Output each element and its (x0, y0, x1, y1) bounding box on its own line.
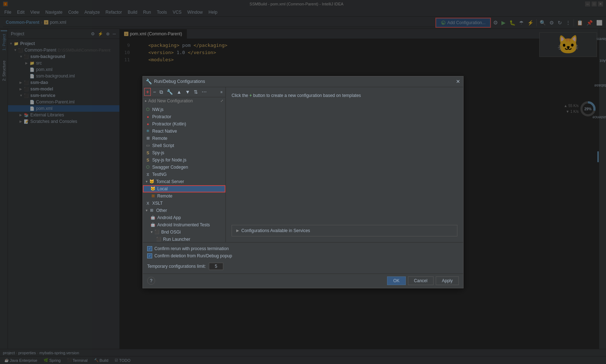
android-test-icon: 🤖 (150, 222, 156, 227)
services-label: Configurations Available in Services (241, 228, 310, 233)
limit-input[interactable] (209, 263, 223, 270)
dialog-body: + − ⧉ 🔧 ▲ ▼ ⇅ ⋯ ≡ ▸ Add New Configuratio… (143, 87, 463, 242)
confirm-rerun-checkbox[interactable]: ✓ (147, 246, 152, 251)
edit-config-button[interactable]: 🔧 (165, 88, 174, 96)
dialog-options: ✓ Confirm rerun with process termination… (147, 246, 459, 258)
testng-icon: ⧖ (145, 172, 151, 177)
move-up-button[interactable]: ▲ (175, 88, 183, 96)
apply-button[interactable]: Apply (436, 276, 459, 285)
dialog-titlebar: 🔧 Run/Debug Configurations ✕ (143, 76, 463, 87)
config-template-header: ▸ Add New Configuration ⤢ (143, 97, 225, 105)
config-tree: ⬡ NW.js ● Protractor ● Protractor (Kotli… (143, 105, 225, 242)
dialog-left-panel: + − ⧉ 🔧 ▲ ▼ ⇅ ⋯ ≡ ▸ Add New Configuratio… (143, 87, 226, 242)
dialog-close-button[interactable]: ✕ (456, 79, 460, 84)
tomcat-icon: 🐱 (149, 179, 155, 184)
config-nwjs[interactable]: ⬡ NW.js (143, 106, 225, 113)
config-react-native[interactable]: ⚛ React Native (143, 128, 225, 135)
config-run-launcher[interactable]: ⬛ Run Launcher (143, 236, 225, 242)
bnd-icon: ⬛ (154, 230, 160, 234)
nwjs-icon: ⬡ (145, 107, 151, 112)
run-debug-dialog: 🔧 Run/Debug Configurations ✕ + − ⧉ 🔧 ▲ ▼… (142, 76, 464, 288)
copy-config-button[interactable]: ⧉ (158, 88, 164, 96)
dialog-hint: Click the + button to create a new confi… (232, 93, 457, 98)
dialog-services-section[interactable]: ▶ Configurations Available in Services (232, 225, 457, 236)
template-button[interactable]: ≡ (219, 89, 224, 95)
config-bnd-osgi[interactable]: ▼ ⬛ Bnd OSGi (143, 228, 225, 236)
move-down-button[interactable]: ▼ (184, 88, 192, 96)
config-protractor[interactable]: ● Protractor (143, 113, 225, 120)
dialog-right-panel: Click the + button to create a new confi… (226, 87, 463, 242)
config-tomcat-remote[interactable]: ⊞ Remote (143, 192, 225, 200)
option-confirm-rerun: ✓ Confirm rerun with process termination (147, 246, 459, 251)
dialog-title: Run/Debug Configurations (154, 79, 454, 84)
config-spy-js-node[interactable]: S Spy-js for Node.js (143, 156, 225, 164)
add-config-toolbar-button[interactable]: + (144, 88, 151, 96)
config-shell-script[interactable]: ▭ Shell Script (143, 142, 225, 149)
dialog-run-icon: 🔧 (146, 79, 152, 84)
config-testng[interactable]: ⧖ TestNG (143, 171, 225, 178)
header-expand-button[interactable]: ⤢ (220, 99, 223, 103)
other-icon: ⊞ (149, 208, 155, 213)
protractor-icon: ● (145, 115, 151, 119)
config-xslt[interactable]: X XSLT (143, 200, 225, 207)
option-confirm-deletion: ✓ Confirm deletion from Run/Debug popup (147, 253, 459, 258)
xslt-icon: X (145, 201, 151, 205)
config-android-app[interactable]: 🤖 Android App (143, 214, 225, 221)
help-button[interactable]: ? (147, 277, 155, 285)
config-protractor-kotlin[interactable]: ● Protractor (Kotlin) (143, 120, 225, 128)
swagger-icon: ⬡ (145, 165, 151, 169)
config-spy-js[interactable]: S Spy-js (143, 149, 225, 156)
sort-button[interactable]: ⇅ (192, 88, 199, 96)
services-header: ▶ Configurations Available in Services (236, 228, 453, 233)
confirm-deletion-checkbox[interactable]: ✓ (147, 253, 152, 258)
limit-row: Temporary configurations limit: (147, 263, 459, 270)
remove-config-button[interactable]: − (152, 88, 157, 96)
limit-label: Temporary configurations limit: (147, 264, 206, 269)
spyjs-icon: S (145, 151, 151, 155)
shell-icon: ▭ (145, 143, 151, 148)
config-swagger[interactable]: ⬡ Swagger Codegen (143, 164, 225, 171)
protractor-kotlin-icon: ● (145, 122, 151, 126)
filter-button[interactable]: ⋯ (200, 88, 208, 96)
run-launcher-icon: ⬛ (156, 237, 162, 241)
ok-button[interactable]: OK (387, 276, 405, 285)
confirm-deletion-label: Confirm deletion from Run/Debug popup (154, 253, 232, 258)
config-tomcat-local[interactable]: 🐱 Local (143, 185, 225, 192)
spyjs-node-icon: S (145, 158, 151, 162)
react-icon: ⚛ (145, 129, 151, 133)
config-tomcat-server[interactable]: ▼ 🐱 Tomcat Server (143, 178, 225, 185)
services-arrow-icon: ▶ (236, 228, 239, 232)
config-remote[interactable]: ⊞ Remote (143, 135, 225, 142)
remote-icon: ⊞ (145, 136, 151, 141)
config-other[interactable]: ▼ ⊞ Other (143, 207, 225, 214)
dialog-footer: ? OK Cancel Apply (143, 274, 463, 288)
confirm-rerun-label: Confirm rerun with process termination (154, 246, 229, 251)
cancel-button[interactable]: Cancel (408, 276, 434, 285)
local-icon: 🐱 (150, 186, 156, 191)
android-icon: 🤖 (150, 215, 156, 220)
config-android-tests[interactable]: 🤖 Android Instrumented Tests (143, 221, 225, 228)
dialog-bottom-options: ✓ Confirm rerun with process termination… (143, 242, 463, 274)
config-header-label: Add New Configuration (148, 98, 193, 103)
tomcat-remote-icon: ⊞ (150, 194, 156, 198)
dialog-overlay: 🔧 Run/Debug Configurations ✕ + − ⧉ 🔧 ▲ ▼… (0, 0, 606, 364)
footer-buttons: OK Cancel Apply (387, 276, 459, 285)
dialog-toolbar: + − ⧉ 🔧 ▲ ▼ ⇅ ⋯ ≡ (143, 87, 225, 97)
